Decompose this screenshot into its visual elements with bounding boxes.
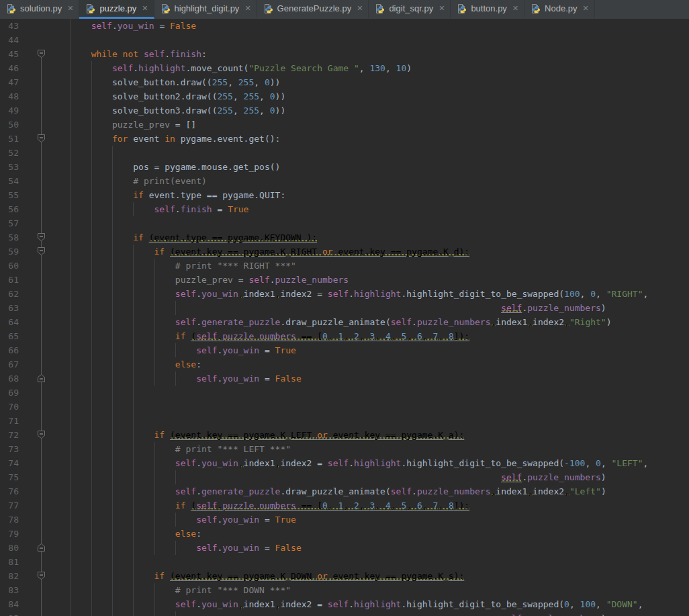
code-text: if (event.type == pygame.KEYDOWN ): xyxy=(49,230,317,245)
python-file-icon xyxy=(531,3,541,14)
close-icon[interactable]: ✕ xyxy=(357,4,363,13)
fold-collapse-icon[interactable] xyxy=(38,233,45,241)
close-icon[interactable]: ✕ xyxy=(583,4,589,13)
tab-Node.py[interactable]: Node.py✕ xyxy=(524,0,595,19)
fold-collapse-icon[interactable] xyxy=(38,50,45,58)
fold-end-icon[interactable] xyxy=(38,374,45,382)
code-text: if (event.key == pygame.K_LEFT or event.… xyxy=(49,428,464,442)
code-line: 55 if event.type == pygame.QUIT: xyxy=(0,188,689,202)
line-number[interactable]: 45 xyxy=(0,47,19,61)
code-line: 63 self.puzzle_numbers) xyxy=(0,301,689,315)
indent-guide xyxy=(70,146,71,160)
tab-puzzle.py[interactable]: puzzle.py✕ xyxy=(79,0,154,19)
line-number[interactable]: 77 xyxy=(0,498,19,513)
code-text: self.puzzle_numbers) xyxy=(49,301,606,315)
indent-guide xyxy=(112,400,113,414)
line-number[interactable]: 48 xyxy=(0,89,19,103)
indent-guide xyxy=(133,400,134,414)
line-number[interactable]: 69 xyxy=(0,386,19,400)
line-number[interactable]: 46 xyxy=(0,61,19,75)
line-number[interactable]: 51 xyxy=(0,132,19,146)
tab-solution.py[interactable]: solution.py✕ xyxy=(0,0,79,19)
code-line: 52 xyxy=(0,146,689,160)
line-number[interactable]: 47 xyxy=(0,75,19,89)
line-number[interactable]: 63 xyxy=(0,301,19,315)
line-number[interactable]: 72 xyxy=(0,428,19,442)
line-number[interactable]: 56 xyxy=(0,202,19,216)
code-text: self.puzzle_numbers) xyxy=(49,611,606,616)
line-number[interactable]: 50 xyxy=(0,118,19,132)
line-number[interactable]: 52 xyxy=(0,146,19,160)
close-icon[interactable]: ✕ xyxy=(439,4,445,13)
line-number[interactable]: 58 xyxy=(0,230,19,245)
line-number[interactable]: 76 xyxy=(0,484,19,498)
line-number[interactable]: 54 xyxy=(0,174,19,188)
fold-collapse-icon[interactable] xyxy=(38,247,45,255)
line-number[interactable]: 57 xyxy=(0,216,19,230)
close-icon[interactable]: ✕ xyxy=(512,4,518,13)
tab-highlight_digit.py[interactable]: highlight_digit.py✕ xyxy=(154,0,257,19)
fold-collapse-icon[interactable] xyxy=(38,431,45,439)
line-number[interactable]: 79 xyxy=(0,527,19,541)
indent-guide xyxy=(91,400,92,414)
code-text: self.you_win = True xyxy=(49,343,296,357)
tab-label: digit_sqr.py xyxy=(389,3,433,13)
fold-end-icon[interactable] xyxy=(38,543,45,552)
line-number[interactable]: 74 xyxy=(0,456,19,470)
code-text: # print "*** DOWN ***" xyxy=(49,583,291,597)
code-line: 56 self.finish = True xyxy=(0,202,689,216)
code-line: 60 # print "*** RIGHT ***" xyxy=(0,259,689,273)
indent-guide xyxy=(91,386,92,400)
line-number[interactable]: 82 xyxy=(0,569,19,583)
line-number[interactable]: 67 xyxy=(0,357,19,371)
code-line: 43 self.you_win = False xyxy=(0,19,689,33)
code-editor[interactable]: 43 self.you_win = False4445 while not se… xyxy=(0,19,689,616)
code-text: puzzle_prev = self.puzzle_numbers xyxy=(49,273,349,287)
line-number[interactable]: 68 xyxy=(0,371,19,386)
line-number[interactable]: 62 xyxy=(0,287,19,301)
close-icon[interactable]: ✕ xyxy=(142,4,148,13)
code-text: if (self.puzzle_numbers == [0, 1, 2, 3, … xyxy=(49,498,469,513)
line-number[interactable]: 75 xyxy=(0,470,19,484)
line-number[interactable]: 44 xyxy=(0,33,19,47)
line-number[interactable]: 81 xyxy=(0,555,19,569)
line-number[interactable]: 65 xyxy=(0,329,19,343)
line-number[interactable]: 53 xyxy=(0,160,19,174)
line-number[interactable]: 85 xyxy=(0,611,19,616)
python-file-icon xyxy=(85,3,96,14)
code-text: solve_button2.draw((255, 255, 0)) xyxy=(49,89,285,103)
line-number[interactable]: 73 xyxy=(0,442,19,456)
code-area: 43 self.you_win = False4445 while not se… xyxy=(0,19,689,616)
line-number[interactable]: 71 xyxy=(0,414,19,428)
fold-collapse-icon[interactable] xyxy=(38,572,45,580)
tab-button.py[interactable]: button.py✕ xyxy=(451,0,524,19)
line-number[interactable]: 80 xyxy=(0,541,19,555)
indent-guide xyxy=(133,386,134,400)
line-number[interactable]: 55 xyxy=(0,188,19,202)
tab-GeneratePuzzle.py[interactable]: GeneratePuzzle.py✕ xyxy=(257,0,369,19)
tab-digit_sqr.py[interactable]: digit_sqr.py✕ xyxy=(369,0,451,19)
indent-guide xyxy=(112,414,113,428)
fold-collapse-icon[interactable] xyxy=(38,134,45,142)
line-number[interactable]: 84 xyxy=(0,597,19,611)
line-number[interactable]: 78 xyxy=(0,513,19,527)
line-number[interactable]: 60 xyxy=(0,259,19,273)
line-number[interactable]: 70 xyxy=(0,400,19,414)
code-line: 57 xyxy=(0,216,689,230)
line-number[interactable]: 49 xyxy=(0,103,19,118)
code-text: self.generate_puzzle.draw_puzzle_animate… xyxy=(49,484,606,498)
line-number[interactable]: 66 xyxy=(0,343,19,357)
line-number[interactable]: 83 xyxy=(0,583,19,597)
close-icon[interactable]: ✕ xyxy=(67,4,73,13)
line-number[interactable]: 59 xyxy=(0,245,19,259)
code-text: for event in pygame.event.get(): xyxy=(49,132,280,146)
line-number[interactable]: 43 xyxy=(0,19,19,33)
code-line: 51 for event in pygame.event.get(): xyxy=(0,132,689,146)
code-line: 80 self.you_win = False xyxy=(0,541,689,555)
code-line: 82 if (event.key == pygame.K_DOWN or eve… xyxy=(0,569,689,583)
line-number[interactable]: 64 xyxy=(0,315,19,329)
code-text: # print "*** LEFT ***" xyxy=(49,442,291,456)
line-number[interactable]: 61 xyxy=(0,273,19,287)
code-text: else: xyxy=(49,527,201,541)
close-icon[interactable]: ✕ xyxy=(244,4,250,13)
